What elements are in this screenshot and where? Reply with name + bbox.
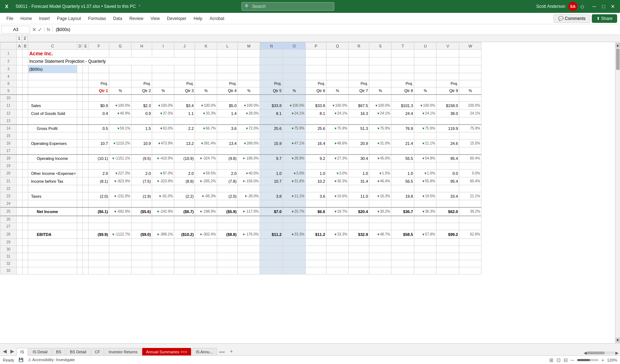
cell-1R[interactable]	[349, 50, 369, 57]
row-group-level1[interactable]: 1	[16, 35, 22, 42]
tab-nav-right[interactable]: ▶	[9, 347, 16, 355]
tab-IS-annual[interactable]: IS Annu...	[192, 348, 217, 355]
tab-scroll-left[interactable]: ◀	[584, 350, 587, 355]
cell-1O[interactable]	[283, 50, 306, 57]
col-header-R[interactable]: R	[349, 42, 369, 50]
cell-1A[interactable]	[17, 50, 22, 57]
menu-file[interactable]: File	[3, 15, 17, 22]
scroll-thumb[interactable]	[616, 49, 620, 70]
cell-1S[interactable]	[369, 50, 391, 57]
col-header-A[interactable]: A	[17, 42, 22, 50]
cell-1G[interactable]	[109, 50, 131, 57]
col-header-J[interactable]: J	[174, 42, 195, 50]
menu-help[interactable]: Help	[190, 15, 206, 22]
tab-scrollbar[interactable]	[587, 352, 615, 354]
confirm-icon[interactable]: ✓	[38, 27, 42, 32]
page-layout-view-icon[interactable]: ⊡	[556, 357, 561, 363]
col-header-M[interactable]: M	[238, 42, 260, 50]
cell-reference-box[interactable]	[1, 26, 30, 34]
row-8: 8 Proj. Proj. Proj. Proj. Proj. Proj.	[0, 80, 481, 87]
tab-scroll-right[interactable]: ▶	[615, 350, 619, 355]
tab-CF[interactable]: CF	[91, 348, 104, 355]
more-sheets-icon[interactable]: •••	[218, 349, 226, 355]
scroll-down-btn[interactable]: ▼	[616, 338, 620, 343]
cell-1P[interactable]	[306, 50, 326, 57]
cell-1Q[interactable]	[326, 50, 349, 57]
cell-1K[interactable]	[195, 50, 217, 57]
share-button[interactable]: ⬆ Share	[592, 14, 617, 23]
accessibility-status[interactable]: ⚠ Accessibility: Investigate	[28, 358, 75, 362]
col-header-K[interactable]: K	[195, 42, 217, 50]
col-header-H[interactable]: H	[131, 42, 152, 50]
col-header-U[interactable]: U	[414, 42, 436, 50]
tab-investor-returns[interactable]: Investor Returns	[105, 348, 141, 355]
page-break-view-icon[interactable]: ⊟	[564, 357, 568, 363]
cell-1W[interactable]	[459, 50, 481, 57]
avatar[interactable]: SA	[568, 2, 578, 11]
col-header-W[interactable]: W	[459, 42, 481, 50]
col-header-C[interactable]: C	[28, 42, 77, 50]
col-header-G[interactable]: G	[109, 42, 131, 50]
col-header-L[interactable]: L	[217, 42, 238, 50]
menu-review[interactable]: Review	[126, 15, 147, 22]
col-header-P[interactable]: P	[306, 42, 326, 50]
row-20-other-income: 20 Other Income <Expense> 2.0 ▼227.3% 2.…	[0, 170, 481, 177]
zoom-slider[interactable]	[577, 359, 599, 361]
col-header-O[interactable]: O	[283, 42, 306, 50]
cell-1T[interactable]	[391, 50, 414, 57]
cell-1C[interactable]: Acme Inc.	[28, 50, 109, 57]
vertical-scrollbar[interactable]: ▲ ▼	[615, 42, 620, 343]
col-header-I[interactable]: I	[152, 42, 174, 50]
menu-home[interactable]: Home	[17, 15, 35, 22]
search-box[interactable]: 🔍 Search	[241, 2, 334, 11]
cell-1L[interactable]	[217, 50, 238, 57]
tab-BS[interactable]: BS	[52, 348, 65, 355]
col-header-D[interactable]: D	[77, 42, 83, 50]
minimize-button[interactable]: ─	[590, 3, 599, 10]
cell-1H[interactable]	[131, 50, 152, 57]
menu-formulas[interactable]: Formulas	[85, 15, 110, 22]
col-header-N[interactable]: N	[260, 42, 283, 50]
cell-1M[interactable]	[238, 50, 260, 57]
col-header-Q[interactable]: Q	[326, 42, 349, 50]
cell-1U[interactable]	[414, 50, 436, 57]
col-header-V[interactable]: V	[436, 42, 459, 50]
col-header-T[interactable]: T	[391, 42, 414, 50]
cell-1B[interactable]	[22, 50, 28, 57]
col-header-F[interactable]: F	[89, 42, 109, 50]
normal-view-icon[interactable]: ⊞	[549, 357, 554, 363]
col-header-B[interactable]: B	[22, 42, 28, 50]
maximize-button[interactable]: □	[599, 3, 608, 10]
app-icon: X	[3, 1, 13, 11]
tab-IS-detail[interactable]: IS Detail	[29, 348, 51, 355]
cancel-icon[interactable]: ✕	[32, 27, 36, 32]
menu-data[interactable]: Data	[110, 15, 126, 22]
grid-wrapper: A B C D E F G H I J K L M N O	[0, 42, 620, 343]
tab-IS[interactable]: IS	[16, 348, 28, 356]
zoom-in-button[interactable]: +	[601, 357, 604, 363]
cell-1I[interactable]	[152, 50, 174, 57]
close-button[interactable]: ✕	[609, 3, 617, 10]
tab-BS-detail[interactable]: BS Detail	[66, 348, 90, 355]
col-header-E[interactable]: E	[83, 42, 89, 50]
menu-page-layout[interactable]: Page Layout	[53, 15, 84, 22]
tab-nav-left[interactable]: ◀	[1, 347, 8, 355]
grid-scroll[interactable]: A B C D E F G H I J K L M N O	[0, 42, 615, 343]
row-32: 32	[0, 260, 481, 267]
menu-acrobat[interactable]: Acrobat	[206, 15, 228, 22]
cell-1N[interactable]	[260, 50, 283, 57]
add-sheet-button[interactable]: +	[227, 347, 236, 355]
cell-1J[interactable]	[174, 50, 195, 57]
tab-annual-summaries[interactable]: Annual Summaries ==>	[142, 348, 191, 355]
zoom-out-button[interactable]: ─	[571, 357, 574, 363]
title-chevron[interactable]: ˅	[139, 5, 140, 9]
col-header-S[interactable]: S	[369, 42, 391, 50]
tab-scroll-area[interactable]: ◀ ▶	[584, 350, 619, 355]
row-group-level2[interactable]: 2	[22, 35, 28, 42]
scroll-up-btn[interactable]: ▲	[616, 43, 620, 48]
menu-view[interactable]: View	[147, 15, 164, 22]
menu-developer[interactable]: Developer	[163, 15, 190, 22]
comments-button[interactable]: 💬 Comments	[554, 14, 590, 23]
cell-1V[interactable]	[436, 50, 459, 57]
menu-insert[interactable]: Insert	[35, 15, 53, 22]
